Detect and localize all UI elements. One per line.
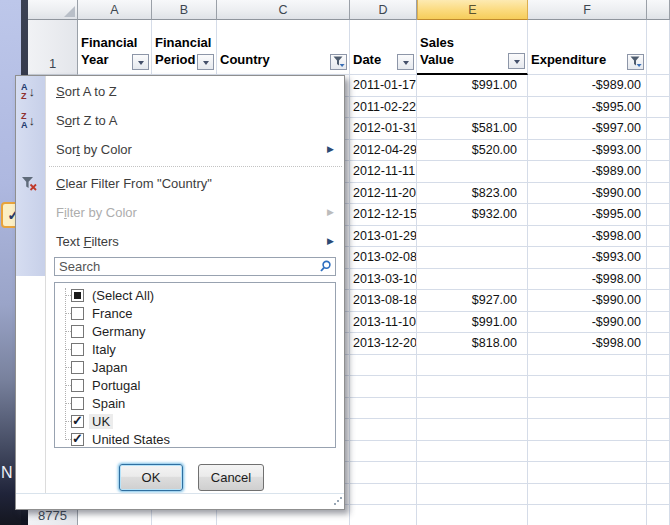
filter-option-portugal[interactable]: Portugal — [55, 376, 335, 394]
ok-button[interactable]: OK — [119, 464, 183, 491]
select-all-corner[interactable] — [28, 0, 78, 20]
cell[interactable]: -$997.00 — [528, 118, 647, 140]
menu-item-sort-by-color[interactable]: Sort by Color▶ — [16, 135, 344, 164]
cell[interactable] — [417, 398, 528, 420]
cell[interactable] — [647, 247, 670, 269]
search-input[interactable] — [55, 258, 335, 275]
filter-option-germany[interactable]: Germany — [55, 322, 335, 340]
filter-option-uk[interactable]: UK — [55, 412, 335, 430]
cell[interactable]: 2013-01-29 — [350, 226, 417, 248]
checkbox-unchecked-icon[interactable] — [71, 379, 84, 392]
column-header-partial[interactable] — [647, 0, 670, 20]
row-number-1[interactable]: 1 — [28, 20, 78, 75]
cell[interactable]: 2012-11-11 — [350, 161, 417, 183]
cell[interactable] — [647, 355, 670, 377]
cell[interactable] — [647, 419, 670, 441]
checkbox-indeterminate-icon[interactable] — [71, 289, 84, 302]
cell[interactable] — [417, 441, 528, 463]
cell[interactable]: $818.00 — [417, 333, 528, 355]
cell[interactable] — [647, 333, 670, 355]
dropdown-button-B[interactable] — [197, 54, 214, 70]
cell[interactable] — [350, 484, 417, 506]
cell[interactable]: $581.00 — [417, 118, 528, 140]
cell[interactable] — [350, 355, 417, 377]
checkbox-unchecked-icon[interactable] — [71, 307, 84, 320]
cell[interactable] — [647, 505, 670, 525]
cell[interactable]: -$995.00 — [528, 97, 647, 119]
cell[interactable] — [647, 75, 670, 97]
cell[interactable]: 2011-02-22 — [350, 97, 417, 119]
cell[interactable]: 2013-12-20 — [350, 333, 417, 355]
cancel-button[interactable]: Cancel — [198, 464, 264, 491]
cell[interactable] — [647, 462, 670, 484]
header-cell-D[interactable]: Date — [350, 20, 417, 75]
search-icon[interactable] — [319, 260, 332, 276]
cell[interactable] — [417, 226, 528, 248]
menu-item-text-filters[interactable]: Text Filters▶ — [16, 227, 344, 256]
resize-grip-icon[interactable] — [332, 497, 342, 507]
cell[interactable]: -$998.00 — [528, 269, 647, 291]
cell[interactable]: $520.00 — [417, 140, 528, 162]
cell[interactable] — [647, 398, 670, 420]
cell[interactable] — [417, 355, 528, 377]
cell[interactable] — [350, 505, 417, 525]
cell[interactable] — [350, 462, 417, 484]
filter-button-F[interactable] — [627, 54, 644, 70]
cell[interactable] — [647, 441, 670, 463]
cell[interactable]: -$990.00 — [528, 312, 647, 334]
cell[interactable]: 2012-11-20 — [350, 183, 417, 205]
cell[interactable] — [417, 419, 528, 441]
filter-option-united-states[interactable]: United States — [55, 430, 335, 448]
cell[interactable]: -$990.00 — [528, 290, 647, 312]
cell[interactable]: 2013-03-10 — [350, 269, 417, 291]
cell[interactable]: -$995.00 — [528, 204, 647, 226]
cell[interactable] — [647, 290, 670, 312]
menu-item-clear-filter-from-country[interactable]: Clear Filter From "Country" — [16, 169, 344, 198]
cell[interactable] — [528, 505, 647, 525]
header-cell-C[interactable]: Country — [217, 20, 350, 75]
column-header-F[interactable]: F — [528, 0, 647, 20]
cell[interactable] — [350, 419, 417, 441]
cell[interactable] — [647, 484, 670, 506]
filter-option-japan[interactable]: Japan — [55, 358, 335, 376]
cell[interactable]: $991.00 — [417, 312, 528, 334]
checkbox-unchecked-icon[interactable] — [71, 325, 84, 338]
cell[interactable] — [647, 183, 670, 205]
column-header-E[interactable]: E — [417, 0, 528, 20]
dropdown-button-E[interactable] — [508, 53, 525, 69]
filter-option-italy[interactable]: Italy — [55, 340, 335, 358]
cell[interactable]: -$993.00 — [528, 140, 647, 162]
cell[interactable] — [417, 505, 528, 525]
cell[interactable] — [528, 398, 647, 420]
cell[interactable] — [647, 204, 670, 226]
checkbox-checked-icon[interactable] — [71, 433, 84, 446]
header-cell-E[interactable]: SalesValue — [417, 20, 528, 75]
cell[interactable]: 2012-01-31 — [350, 118, 417, 140]
cell[interactable] — [417, 376, 528, 398]
checkbox-checked-icon[interactable] — [71, 415, 84, 428]
checkbox-unchecked-icon[interactable] — [71, 361, 84, 374]
header-cell-A[interactable]: FinancialYear — [78, 20, 152, 75]
cell[interactable]: 2011-01-17 — [350, 75, 417, 97]
cell[interactable]: 2012-12-15 — [350, 204, 417, 226]
cell[interactable] — [417, 484, 528, 506]
cell[interactable]: 2013-02-08 — [350, 247, 417, 269]
dropdown-button-D[interactable] — [397, 54, 414, 70]
cell[interactable] — [350, 376, 417, 398]
cell[interactable]: -$989.00 — [528, 75, 647, 97]
filter-option-france[interactable]: France — [55, 304, 335, 322]
cell[interactable]: 2013-08-18 — [350, 290, 417, 312]
cell[interactable] — [528, 462, 647, 484]
cell[interactable] — [528, 376, 647, 398]
cell[interactable]: -$993.00 — [528, 247, 647, 269]
cell[interactable]: -$998.00 — [528, 333, 647, 355]
column-header-B[interactable]: B — [152, 0, 217, 20]
cell[interactable] — [647, 97, 670, 119]
cell[interactable] — [647, 140, 670, 162]
cell[interactable] — [417, 269, 528, 291]
cell[interactable]: $927.00 — [417, 290, 528, 312]
cell[interactable] — [647, 161, 670, 183]
checkbox-unchecked-icon[interactable] — [71, 343, 84, 356]
menu-item-filter-by-color[interactable]: Filter by Color▶ — [16, 198, 344, 227]
column-header-A[interactable]: A — [78, 0, 152, 20]
